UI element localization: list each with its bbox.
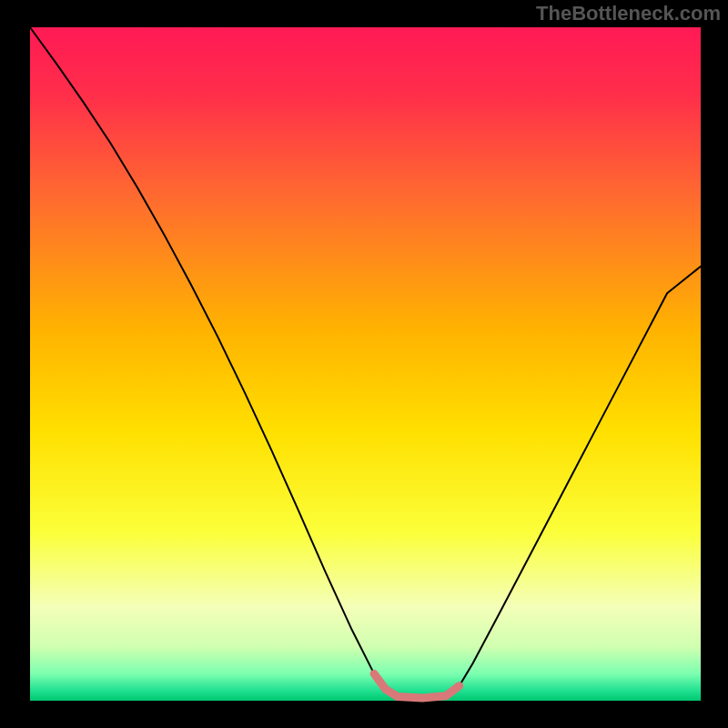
bottleneck-chart xyxy=(0,0,728,728)
chart-container: TheBottleneck.com xyxy=(0,0,728,728)
watermark-text: TheBottleneck.com xyxy=(536,2,721,25)
plot-background xyxy=(30,27,701,701)
